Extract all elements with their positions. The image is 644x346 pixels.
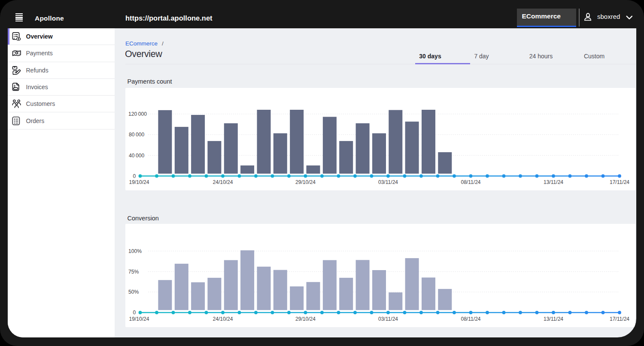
svg-text:29/10/24: 29/10/24	[295, 179, 316, 185]
svg-text:03/11/24: 03/11/24	[378, 179, 398, 185]
svg-text:08/11/24: 08/11/24	[461, 179, 480, 185]
svg-text:120 000: 120 000	[128, 111, 147, 117]
svg-text:40 000: 40 000	[129, 152, 145, 158]
svg-text:17/11/24: 17/11/24	[610, 316, 629, 322]
svg-text:24/10/24: 24/10/24	[213, 316, 233, 322]
svg-text:19/10/24: 19/10/24	[129, 179, 149, 185]
svg-text:75%: 75%	[128, 269, 139, 275]
svg-text:100%: 100%	[128, 248, 142, 254]
svg-text:24/10/24: 24/10/24	[213, 179, 233, 185]
svg-text:13/11/24: 13/11/24	[544, 179, 563, 185]
svg-text:80 000: 80 000	[129, 132, 145, 138]
svg-text:17/11/24: 17/11/24	[610, 179, 629, 185]
svg-text:50%: 50%	[128, 289, 139, 295]
svg-text:03/11/24: 03/11/24	[378, 316, 398, 322]
svg-text:13/11/24: 13/11/24	[544, 316, 563, 322]
svg-text:19/10/24: 19/10/24	[129, 316, 149, 322]
svg-text:0: 0	[133, 173, 136, 179]
svg-text:29/10/24: 29/10/24	[295, 316, 316, 322]
svg-text:08/11/24: 08/11/24	[461, 316, 480, 322]
svg-text:0: 0	[133, 310, 136, 316]
